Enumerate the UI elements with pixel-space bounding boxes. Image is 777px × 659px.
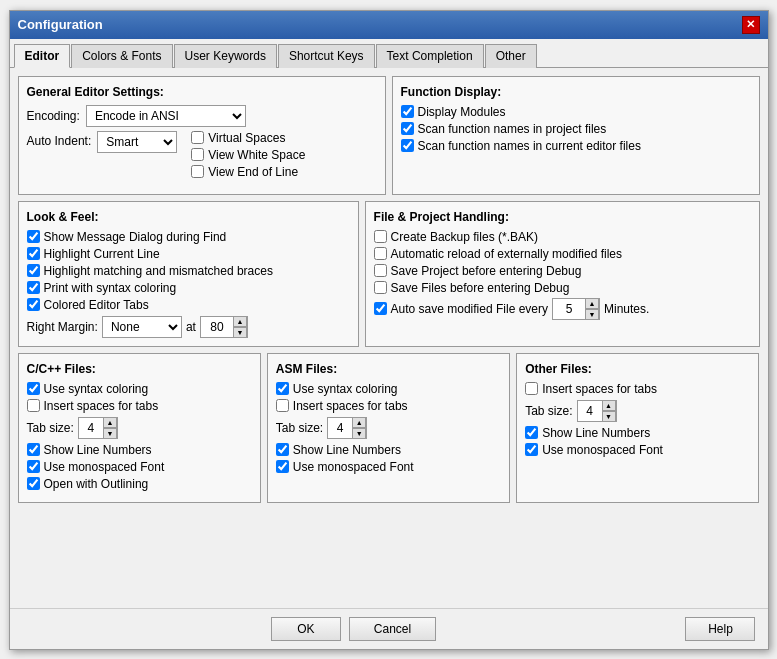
tab-shortcut-keys[interactable]: Shortcut Keys [278,44,375,68]
other-files-title: Other Files: [525,362,750,376]
print-syntax-row: Print with syntax coloring [27,281,350,295]
margin-spin-up[interactable]: ▲ [233,316,247,327]
create-backup-label: Create Backup files (*.BAK) [391,230,538,244]
margin-number-input[interactable] [201,317,233,337]
asm-insert-spaces-checkbox[interactable] [276,399,289,412]
cancel-button[interactable]: Cancel [349,617,436,641]
encoding-select[interactable]: Encode in ANSI Encode in UTF-8 Encode in… [86,105,246,127]
cpp-syntax-checkbox[interactable] [27,382,40,395]
cpp-outlining-label: Open with Outlining [44,477,149,491]
general-editor-panel: General Editor Settings: Encoding: Encod… [18,76,386,195]
tab-text-completion[interactable]: Text Completion [376,44,484,68]
other-tab-spin-down[interactable]: ▼ [602,411,616,422]
cpp-files-panel: C/C++ Files: Use syntax coloring Insert … [18,353,261,503]
cpp-outlining-checkbox[interactable] [27,477,40,490]
right-margin-row: Right Margin: None 80 100 120 at ▲ ▼ [27,316,350,338]
asm-monospace-checkbox[interactable] [276,460,289,473]
colored-tabs-checkbox[interactable] [27,298,40,311]
asm-monospace-row: Use monospaced Font [276,460,501,474]
ok-button[interactable]: OK [271,617,341,641]
show-msg-dialog-row: Show Message Dialog during Find [27,230,350,244]
virtual-spaces-checkbox[interactable] [191,131,204,144]
virtual-spaces-row: Virtual Spaces [191,131,305,145]
margin-spin-down[interactable]: ▼ [233,327,247,338]
asm-files-panel: ASM Files: Use syntax coloring Insert sp… [267,353,510,503]
view-white-space-row: View White Space [191,148,305,162]
tab-user-keywords[interactable]: User Keywords [174,44,277,68]
scan-editor-checkbox[interactable] [401,139,414,152]
asm-tab-spin-down[interactable]: ▼ [352,428,366,439]
asm-tab-spin-up[interactable]: ▲ [352,417,366,428]
highlight-line-row: Highlight Current Line [27,247,350,261]
other-line-numbers-checkbox[interactable] [525,426,538,439]
print-syntax-checkbox[interactable] [27,281,40,294]
show-msg-dialog-checkbox[interactable] [27,230,40,243]
view-white-space-checkbox[interactable] [191,148,204,161]
other-tab-spin-buttons: ▲ ▼ [602,400,616,422]
other-tab-spin-up[interactable]: ▲ [602,400,616,411]
asm-line-numbers-row: Show Line Numbers [276,443,501,457]
cpp-tab-spin-up[interactable]: ▲ [103,417,117,428]
cpp-tab-spinbox: ▲ ▼ [78,417,118,439]
help-button[interactable]: Help [685,617,755,641]
other-tab-size-row: Tab size: ▲ ▼ [525,400,750,422]
asm-line-numbers-label: Show Line Numbers [293,443,401,457]
cpp-tab-size-label: Tab size: [27,421,74,435]
cpp-monospace-checkbox[interactable] [27,460,40,473]
auto-save-spin-down[interactable]: ▼ [585,309,599,320]
cpp-monospace-row: Use monospaced Font [27,460,252,474]
auto-save-checkbox[interactable] [374,302,387,315]
auto-save-spin-up[interactable]: ▲ [585,298,599,309]
asm-syntax-label: Use syntax coloring [293,382,398,396]
tab-other[interactable]: Other [485,44,537,68]
other-files-panel: Other Files: Insert spaces for tabs Tab … [516,353,759,503]
general-editor-title: General Editor Settings: [27,85,377,99]
save-files-debug-checkbox[interactable] [374,281,387,294]
auto-reload-checkbox[interactable] [374,247,387,260]
other-tab-size-input[interactable] [578,401,602,421]
display-modules-label: Display Modules [418,105,506,119]
cpp-line-numbers-label: Show Line Numbers [44,443,152,457]
tab-colors-fonts[interactable]: Colors & Fonts [71,44,172,68]
scan-project-row: Scan function names in project files [401,122,751,136]
auto-save-value-input[interactable] [553,299,585,319]
view-end-of-line-checkbox[interactable] [191,165,204,178]
cpp-tab-spin-down[interactable]: ▼ [103,428,117,439]
cpp-line-numbers-checkbox[interactable] [27,443,40,456]
highlight-line-checkbox[interactable] [27,247,40,260]
tab-bar: Editor Colors & Fonts User Keywords Shor… [10,39,768,68]
other-monospace-checkbox[interactable] [525,443,538,456]
save-project-debug-label: Save Project before entering Debug [391,264,582,278]
asm-tab-size-row: Tab size: ▲ ▼ [276,417,501,439]
save-project-debug-checkbox[interactable] [374,264,387,277]
other-insert-spaces-label: Insert spaces for tabs [542,382,657,396]
create-backup-checkbox[interactable] [374,230,387,243]
tab-editor[interactable]: Editor [14,44,71,68]
scan-project-label: Scan function names in project files [418,122,607,136]
at-label: at [186,320,196,334]
asm-line-numbers-checkbox[interactable] [276,443,289,456]
minutes-label: Minutes. [604,302,649,316]
scan-project-checkbox[interactable] [401,122,414,135]
checkboxes-col: Virtual Spaces View White Space View End… [191,131,305,182]
highlight-braces-checkbox[interactable] [27,264,40,277]
function-display-panel: Function Display: Display Modules Scan f… [392,76,760,195]
bottom-panels: C/C++ Files: Use syntax coloring Insert … [18,353,760,503]
auto-save-row: Auto save modified File every ▲ ▼ Minute… [374,298,751,320]
auto-indent-select[interactable]: Smart None C Style [97,131,177,153]
right-margin-select[interactable]: None 80 100 120 [102,316,182,338]
asm-tab-size-input[interactable] [328,418,352,438]
display-modules-checkbox[interactable] [401,105,414,118]
other-insert-spaces-checkbox[interactable] [525,382,538,395]
cpp-insert-spaces-checkbox[interactable] [27,399,40,412]
auto-save-spin-buttons: ▲ ▼ [585,298,599,320]
cpp-files-title: C/C++ Files: [27,362,252,376]
asm-tab-spin-buttons: ▲ ▼ [352,417,366,439]
colored-tabs-row: Colored Editor Tabs [27,298,350,312]
dialog-title: Configuration [18,17,103,32]
close-button[interactable]: ✕ [742,16,760,34]
cpp-tab-size-input[interactable] [79,418,103,438]
cpp-syntax-label: Use syntax coloring [44,382,149,396]
asm-syntax-checkbox[interactable] [276,382,289,395]
file-project-title: File & Project Handling: [374,210,751,224]
